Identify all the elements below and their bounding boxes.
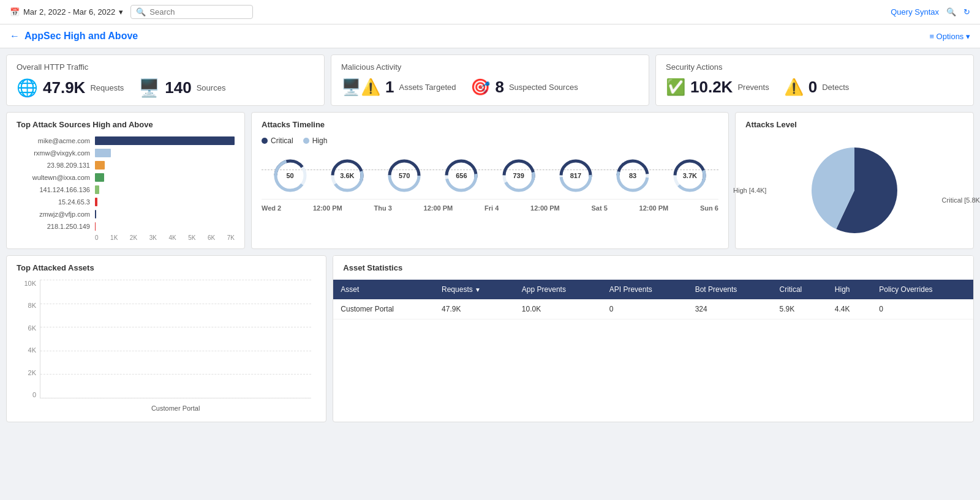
x-axis-tick: 2K: [130, 234, 137, 241]
requests-metric: 🌐 47.9K Requests: [17, 78, 124, 98]
legend-dot: [262, 138, 268, 144]
high-pie-label: High [4.4K]: [733, 187, 766, 194]
table-cell: 4.4K: [827, 299, 872, 319]
sources-metric: 🖥️ 140 Sources: [138, 78, 225, 98]
circle-group: 570: [387, 159, 421, 193]
gridline: [40, 351, 311, 351]
axis-label: Sun 6: [700, 204, 718, 212]
date-range-text: Mar 2, 2022 - Mar 6, 2022: [23, 7, 115, 17]
bar-row: 15.24.65.3: [17, 198, 235, 206]
top-attacked-title: Top Attacked Assets: [17, 263, 316, 272]
title-row: ← AppSec High and Above: [10, 31, 138, 42]
search-box[interactable]: 🔍: [130, 5, 253, 19]
donut: 570: [387, 159, 421, 193]
asset-statistics-title: Asset Statistics: [333, 256, 973, 280]
assets-label: Assets Targeted: [399, 83, 456, 92]
circle-group: 817: [559, 159, 593, 193]
page-title: AppSec High and Above: [24, 31, 138, 42]
date-dropdown-icon: ▾: [119, 7, 123, 17]
prevents-value: 10.2K: [690, 78, 733, 97]
bar-label: 141.124.166.136: [17, 186, 90, 193]
bar-outer: [95, 222, 235, 231]
sources-value: 140: [165, 78, 191, 97]
axis-item: Sun 6: [700, 204, 718, 212]
axis-item: Thu 3: [374, 204, 391, 212]
donut: 3.6K: [330, 159, 364, 193]
suspected-label: Suspected Sources: [509, 83, 578, 92]
suspected-value: 8: [495, 78, 503, 97]
table-row: Customer Portal47.9K10.0K03245.9K4.4K0: [333, 299, 973, 319]
malicious-metrics: 🖥️⚠️ 1 Assets Targeted 🎯 8 Suspected Sou…: [341, 78, 639, 97]
donut: 3.7K: [673, 159, 707, 193]
bar-row: 141.124.166.136: [17, 185, 235, 194]
suspected-sources-metric: 🎯 8 Suspected Sources: [470, 78, 578, 97]
overall-http-title: Overall HTTP Traffic: [17, 62, 314, 72]
vbar-area: [40, 280, 311, 398]
bar-fill: [95, 173, 104, 182]
malicious-activity-card: Malicious Activity 🖥️⚠️ 1 Assets Targete…: [331, 54, 649, 106]
x-axis-labels: Customer Portal: [40, 405, 311, 412]
table-cell: 0: [602, 299, 688, 319]
pie-chart-svg: [805, 141, 903, 239]
prevents-label: Prevents: [737, 83, 769, 92]
refresh-icon[interactable]: ↻: [963, 7, 970, 17]
options-button[interactable]: ≡ Options ▾: [929, 32, 970, 41]
axis-label: 12:00 PM: [639, 204, 669, 212]
warning-icon: ⚠️: [784, 78, 804, 97]
bar-outer: [95, 161, 235, 170]
bar-fill: [95, 210, 96, 218]
main-content: Overall HTTP Traffic 🌐 47.9K Requests 🖥️…: [0, 48, 980, 428]
sort-icon[interactable]: ▼: [475, 286, 481, 293]
y-label: 10K: [17, 280, 36, 287]
circle-group: 739: [502, 159, 536, 193]
x-axis-tick: 6K: [208, 234, 215, 241]
axis-label: Fri 4: [484, 204, 499, 212]
donut-label: 739: [513, 172, 524, 179]
gridline: [40, 327, 311, 327]
search-input[interactable]: [149, 7, 247, 17]
axis-item: Sat 5: [591, 204, 607, 212]
table-cell: 47.9K: [434, 299, 514, 319]
axis-item: Wed 2: [262, 204, 281, 212]
circle-group: 50: [273, 159, 307, 193]
bottom-row: Top Attacked Assets 10K8K6K4K2K0 Custome…: [6, 255, 974, 422]
y-label: 0: [17, 391, 36, 398]
x-axis-tick: 0: [95, 234, 99, 241]
overall-http-metrics: 🌐 47.9K Requests 🖥️ 140 Sources: [17, 78, 314, 98]
donut-label: 656: [456, 172, 467, 179]
security-actions-card: Security Actions ✅ 10.2K Prevents ⚠️ 0 D…: [655, 54, 974, 106]
legend-label: High: [312, 136, 328, 145]
back-button[interactable]: ←: [10, 31, 20, 42]
bar-row: 218.1.250.149: [17, 222, 235, 231]
donut: 817: [559, 159, 593, 193]
bar-fill: [95, 149, 111, 157]
x-axis-tick: 1K: [110, 234, 118, 241]
axis-item: 12:00 PM: [530, 204, 560, 212]
query-syntax-link[interactable]: Query Syntax: [891, 7, 939, 17]
table-body: Customer Portal47.9K10.0K03245.9K4.4K0: [333, 299, 973, 319]
donut: 739: [502, 159, 536, 193]
sources-label: Sources: [197, 83, 226, 92]
bar-label: 23.98.209.131: [17, 162, 90, 169]
requests-label: Requests: [90, 83, 124, 92]
y-label: 8K: [17, 302, 36, 309]
requests-value: 47.9K: [43, 78, 85, 97]
donut-label: 3.7K: [683, 172, 697, 179]
search-nav-icon[interactable]: 🔍: [946, 7, 956, 17]
calendar-icon: 📅: [10, 7, 20, 17]
x-axis-tick: 4K: [168, 234, 176, 241]
axis-label: Sat 5: [591, 204, 607, 212]
axis-item: Fri 4: [484, 204, 499, 212]
bar-label: zmwjz@vfjp.com: [17, 211, 90, 218]
table-header-cell: Critical: [772, 280, 827, 299]
bar-row: 23.98.209.131: [17, 161, 235, 170]
bar-outer: [95, 149, 235, 157]
date-range-picker[interactable]: 📅 Mar 2, 2022 - Mar 6, 2022 ▾: [10, 7, 123, 17]
axis-item: 12:00 PM: [313, 204, 342, 212]
bar-fill: [95, 185, 99, 194]
timeline-title: Attacks Timeline: [262, 120, 718, 129]
legend-dot: [303, 138, 309, 144]
x-axis-tick: 3K: [149, 234, 157, 241]
donut-label: 83: [629, 172, 636, 179]
page-header: ← AppSec High and Above ≡ Options ▾: [0, 24, 980, 48]
